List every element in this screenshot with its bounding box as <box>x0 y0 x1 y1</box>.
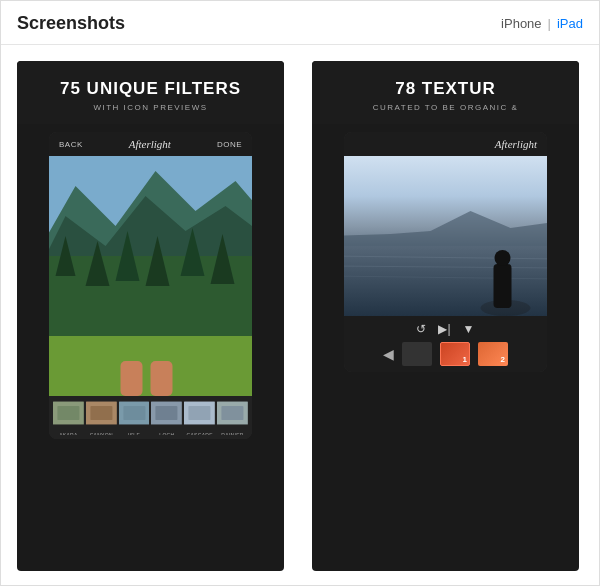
phone-done-label[interactable]: DONE <box>217 140 242 149</box>
svg-rect-14 <box>57 406 79 420</box>
phone-mockup-1: BACK Afterlight DONE <box>49 132 252 439</box>
filter-thumb-loch[interactable]: LOCH <box>151 400 182 435</box>
svg-rect-32 <box>494 264 512 308</box>
svg-rect-24 <box>222 406 244 420</box>
svg-rect-11 <box>121 361 143 396</box>
nav-separator: | <box>548 16 551 31</box>
filter-label-canyon: CANYON <box>86 432 117 435</box>
filter-label-loch: LOCH <box>151 432 182 435</box>
sc2-subtitle: CURATED TO BE ORGANIC & <box>328 103 563 112</box>
svg-rect-22 <box>189 406 211 420</box>
filter-strip: AKARA CANYON <box>49 396 252 439</box>
filter-thumb-cascade[interactable]: CASCADE <box>184 400 215 435</box>
filter-label-akara: AKARA <box>53 432 84 435</box>
filter-thumb-rainier[interactable]: RAINIER <box>217 400 248 435</box>
nav-ipad[interactable]: iPad <box>557 16 583 31</box>
phone-mockup-2: Afterlight <box>344 132 547 372</box>
phone-back-label[interactable]: BACK <box>59 140 83 149</box>
sc2-main-title: 78 TEXTUR <box>328 79 563 99</box>
screenshot-card-1: 75 UNIQUE FILTERS WITH ICON PREVIEWS BAC… <box>17 61 284 571</box>
sc2-controls-row: ↺ ▶| ▼ <box>352 322 539 336</box>
sc1-main-title: 75 UNIQUE FILTERS <box>33 79 268 99</box>
filter-label-cascade: CASCADE <box>184 432 215 435</box>
swatch-1[interactable]: 1 <box>440 342 470 366</box>
sc2-bottom-controls: ↺ ▶| ▼ ◀ <box>344 316 547 372</box>
svg-point-33 <box>495 250 511 266</box>
swatch-2-num: 2 <box>501 355 505 364</box>
svg-rect-16 <box>90 406 112 420</box>
phone2-top-bar: Afterlight <box>344 132 547 156</box>
swatch-2[interactable]: 2 <box>478 342 508 366</box>
phone-brand-2: Afterlight <box>495 138 537 150</box>
phone-brand-1: Afterlight <box>129 138 171 150</box>
rotate-icon[interactable]: ↺ <box>416 322 426 336</box>
play-icon[interactable]: ▶| <box>438 322 450 336</box>
swatch-dark[interactable] <box>402 342 432 366</box>
header-nav: iPhone | iPad <box>501 16 583 31</box>
svg-rect-12 <box>151 361 173 396</box>
filter-thumb-akara[interactable]: AKARA <box>53 400 84 435</box>
sc1-header: 75 UNIQUE FILTERS WITH ICON PREVIEWS <box>17 61 284 124</box>
ocean-image <box>344 156 547 316</box>
filter-label-isle: ISLE <box>119 432 150 435</box>
filter-thumb-canyon[interactable]: CANYON <box>86 400 117 435</box>
sc2-header: 78 TEXTUR CURATED TO BE ORGANIC & <box>312 61 579 124</box>
screenshots-area: 75 UNIQUE FILTERS WITH ICON PREVIEWS BAC… <box>1 45 599 581</box>
nature-image <box>49 156 252 396</box>
filter-label-rainier: RAINIER <box>217 432 248 435</box>
sc1-subtitle: WITH ICON PREVIEWS <box>33 103 268 112</box>
page-container: Screenshots iPhone | iPad 75 UNIQUE FILT… <box>0 0 600 586</box>
nav-iphone[interactable]: iPhone <box>501 16 541 31</box>
filter-thumb-isle[interactable]: ISLE <box>119 400 150 435</box>
page-title: Screenshots <box>17 13 125 34</box>
adjust-icon[interactable]: ▼ <box>463 322 475 336</box>
svg-rect-20 <box>156 406 178 420</box>
svg-rect-18 <box>123 406 145 420</box>
screenshot-card-2: 78 TEXTUR CURATED TO BE ORGANIC & Afterl… <box>312 61 579 571</box>
phone-top-bar-1: BACK Afterlight DONE <box>49 132 252 156</box>
nav-left-arrow[interactable]: ◀ <box>383 346 394 362</box>
sc2-nav-row: ◀ 1 <box>352 342 539 366</box>
swatch-1-num: 1 <box>463 355 467 364</box>
header: Screenshots iPhone | iPad <box>1 1 599 45</box>
